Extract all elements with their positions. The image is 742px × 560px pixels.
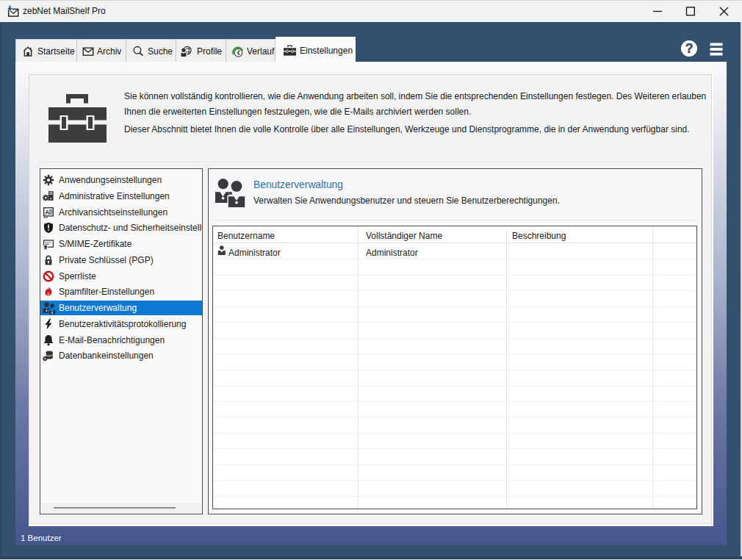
svg-text:A: A: [45, 208, 49, 215]
svg-text:?: ?: [685, 41, 694, 56]
